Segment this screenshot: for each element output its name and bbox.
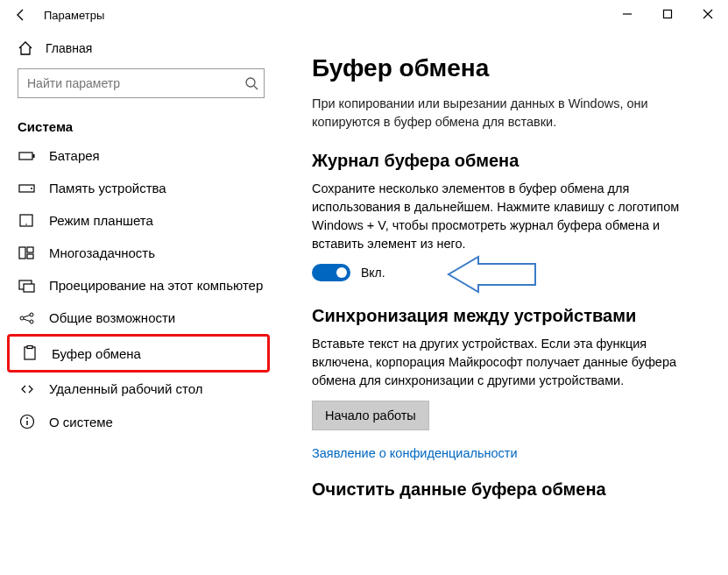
sidebar-item-label: Память устройства <box>49 181 166 195</box>
history-heading: Журнал буфера обмена <box>312 151 707 171</box>
svg-line-18 <box>24 315 30 317</box>
sidebar-item-label: Буфер обмена <box>52 346 141 361</box>
search-icon <box>244 76 258 90</box>
sidebar-item-label: Удаленный рабочий стол <box>49 381 202 396</box>
history-body: Сохраните несколько элементов в буфер об… <box>312 180 689 253</box>
sync-body: Вставьте текст на других устройствах. Ес… <box>312 335 689 390</box>
sidebar-item-label: Батарея <box>49 148 100 163</box>
sidebar-item-remote-desktop[interactable]: Удаленный рабочий стол <box>2 373 280 405</box>
sidebar-item-label: О системе <box>49 415 113 429</box>
svg-rect-11 <box>27 247 33 252</box>
history-toggle[interactable] <box>312 264 350 281</box>
page-title: Буфер обмена <box>312 54 707 82</box>
sidebar-section-label: Система <box>2 107 280 139</box>
window-title: Параметры <box>44 9 104 22</box>
privacy-link[interactable]: Заявление о конфиденциальности <box>312 446 518 460</box>
svg-rect-1 <box>664 11 672 18</box>
sidebar-item-storage[interactable]: Память устройства <box>2 172 280 204</box>
annotation-arrow-icon <box>443 255 540 294</box>
sidebar-home-label: Главная <box>46 41 92 55</box>
sidebar-item-label: Проецирование на этот компьютер <box>49 278 263 293</box>
svg-point-15 <box>20 316 24 320</box>
sidebar-item-battery[interactable]: Батарея <box>2 139 280 172</box>
main-content: Буфер обмена При копировании или вырезан… <box>280 30 728 575</box>
shared-icon <box>18 311 37 325</box>
svg-point-23 <box>26 417 28 419</box>
sidebar-item-shared[interactable]: Общие возможности <box>2 302 280 334</box>
sidebar-item-about[interactable]: О системе <box>2 405 280 438</box>
svg-rect-14 <box>24 284 34 292</box>
svg-line-19 <box>24 319 30 322</box>
sidebar-item-label: Режим планшета <box>49 213 153 228</box>
svg-rect-20 <box>25 347 35 359</box>
sidebar-item-clipboard[interactable]: Буфер обмена <box>10 337 267 370</box>
sidebar-item-tablet[interactable]: Режим планшета <box>2 204 280 237</box>
sidebar-item-projecting[interactable]: Проецирование на этот компьютер <box>2 269 280 302</box>
sync-start-button[interactable]: Начало работы <box>312 401 429 430</box>
clipboard-icon <box>20 345 39 361</box>
clear-heading: Очистить данные буфера обмена <box>312 479 707 500</box>
remote-desktop-icon <box>18 382 37 396</box>
search-box[interactable] <box>18 68 265 98</box>
svg-point-16 <box>30 313 33 316</box>
storage-icon <box>18 182 37 195</box>
tablet-icon <box>18 214 37 228</box>
sidebar-item-multitasking[interactable]: Многозадачность <box>2 237 280 269</box>
svg-line-3 <box>254 86 258 89</box>
svg-rect-4 <box>19 153 32 160</box>
close-button[interactable] <box>688 0 728 28</box>
svg-rect-12 <box>27 254 33 259</box>
sidebar-item-label: Многозадачность <box>49 245 155 260</box>
sidebar-item-label: Общие возможности <box>49 310 175 325</box>
home-icon <box>18 40 33 56</box>
svg-rect-21 <box>27 346 32 349</box>
search-input[interactable] <box>27 76 239 90</box>
multitasking-icon <box>18 246 37 260</box>
sync-heading: Синхронизация между устройствами <box>312 306 707 326</box>
info-icon <box>18 414 37 429</box>
minimize-button[interactable] <box>607 0 647 28</box>
svg-point-9 <box>25 224 27 225</box>
annotation-highlight: Буфер обмена <box>7 334 270 373</box>
page-intro: При копировании или вырезании данных в W… <box>312 95 689 131</box>
history-toggle-label: Вкл. <box>361 266 385 280</box>
sidebar-home[interactable]: Главная <box>2 33 280 63</box>
back-button[interactable] <box>9 3 33 27</box>
maximize-button[interactable] <box>647 0 688 28</box>
svg-point-17 <box>30 320 33 323</box>
sidebar: Главная Система Батарея Память устройств… <box>0 30 280 575</box>
projecting-icon <box>18 279 37 293</box>
svg-rect-10 <box>19 247 25 259</box>
battery-icon <box>18 150 37 162</box>
svg-rect-5 <box>33 154 35 158</box>
svg-point-7 <box>31 188 32 189</box>
svg-point-2 <box>246 78 255 87</box>
